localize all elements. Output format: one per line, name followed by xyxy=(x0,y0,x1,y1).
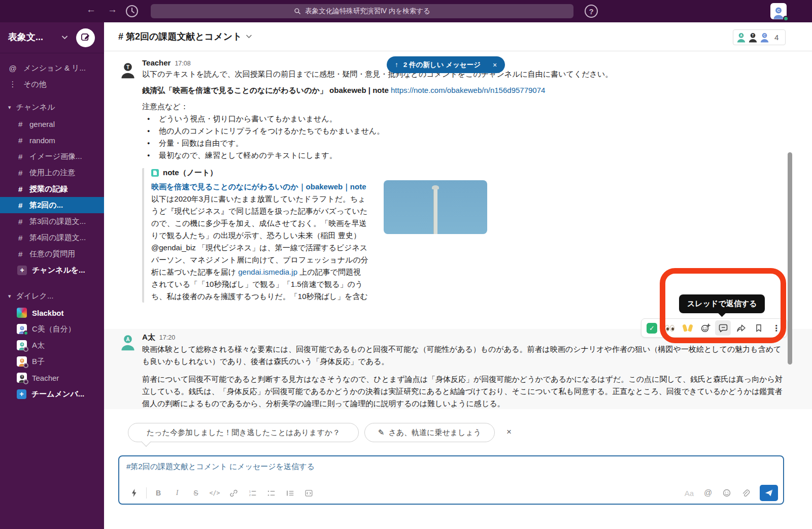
attach-file-button[interactable] xyxy=(738,486,753,500)
caret-down-icon: ▾ xyxy=(8,104,11,111)
history-forward-icon[interactable]: → xyxy=(108,4,117,15)
sidebar-item-channel-notes[interactable]: #使用上の注意 xyxy=(0,164,104,181)
save-bookmark-button[interactable] xyxy=(751,320,766,336)
channels-section-header[interactable]: ▾ チャンネル xyxy=(0,98,104,116)
sidebar-item-dm-teacher[interactable]: T Teacher xyxy=(0,370,104,386)
notes-list: どういう視点・切り口から書いてもかまいません。 他の人のコメントにリプライをつけ… xyxy=(142,113,783,161)
workspace-name[interactable]: 表象文... xyxy=(8,31,43,43)
suggestion-chip-just-joined[interactable]: たった今参加しました！聞き逃したことはありますか？ xyxy=(128,423,359,442)
add-reaction-button[interactable] xyxy=(697,320,713,336)
history-clock-icon[interactable] xyxy=(125,4,139,18)
message-paragraph: 前者について回復不可能であると判断する見方はなさそうなので、ひとまず論点は「身体… xyxy=(142,373,783,410)
share-message-button[interactable] xyxy=(733,320,749,336)
reply-in-thread-tooltip: スレッドで返信する xyxy=(679,294,765,313)
search-placeholder: 表象文化論特殊研究演習Ⅳ 内を検索する xyxy=(305,7,430,16)
presence-online-dot xyxy=(23,330,28,336)
sidebar-item-dm-self[interactable]: C C美（自分） xyxy=(0,321,104,337)
reaction-raised-hands-button[interactable] xyxy=(680,320,695,336)
eyes-emoji-icon xyxy=(665,325,674,332)
channel-title[interactable]: # 第2回の課題文献とコメント xyxy=(118,30,252,43)
preview-thumbnail-tower-image[interactable] xyxy=(384,180,487,234)
svg-text:A: A xyxy=(740,34,742,37)
toolbar-divider xyxy=(146,487,147,499)
emoji-button[interactable] xyxy=(719,486,734,500)
user-avatar[interactable]: C xyxy=(770,3,787,19)
reaction-check-button[interactable]: ✓ xyxy=(644,320,660,336)
chips-close-icon[interactable]: × xyxy=(506,427,512,437)
sidebar-item-channel-image[interactable]: #イメージ画像... xyxy=(0,148,104,164)
sidebar-item-channel-random[interactable]: #random xyxy=(0,132,104,148)
bullet-list-button[interactable] xyxy=(263,486,279,500)
reaction-eyes-button[interactable] xyxy=(662,320,678,336)
search-input[interactable]: 表象文化論特殊研究演習Ⅳ 内を検索する xyxy=(151,4,573,18)
message-ata: A太 17:20 映画体験として総称される様々な要素には、回復可能であるものと回… xyxy=(142,333,783,410)
sidebar-item-channel-session2-selected[interactable]: #第2回の... xyxy=(0,197,104,213)
avatar-ata[interactable]: A xyxy=(119,334,137,351)
sidebar-item-channel-questions[interactable]: #任意の質問用 xyxy=(0,246,104,262)
presence-offline-dot xyxy=(23,363,28,368)
tower-shape xyxy=(433,187,437,234)
sidebar-item-channel-session4[interactable]: #第4回の課題文... xyxy=(0,229,104,246)
compose-button[interactable] xyxy=(76,28,95,47)
code-block-button[interactable] xyxy=(301,486,316,500)
invite-members-button[interactable]: + チームメンバ... xyxy=(0,386,104,402)
slackbot-avatar xyxy=(17,308,27,318)
gendai-link[interactable]: gendai.ismedia.jp xyxy=(238,268,297,276)
send-button[interactable] xyxy=(760,485,778,501)
sidebar-item-dm-bko[interactable]: B B子 xyxy=(0,353,104,370)
add-channel-button[interactable]: + チャンネルを... xyxy=(0,262,104,278)
author-name[interactable]: A太 xyxy=(142,333,155,342)
quill-icon: ✎ xyxy=(378,428,385,437)
more-actions-button[interactable]: ⋮ xyxy=(768,320,784,336)
new-messages-banner[interactable]: ↑ 2 件の新しい メッセージ × xyxy=(387,56,505,73)
strikethrough-button[interactable]: S xyxy=(188,486,204,500)
preview-title-link[interactable]: 映画を倍速で見ることのなにがわるいのか｜obakeweb｜note xyxy=(151,181,368,193)
smiley-icon xyxy=(722,488,731,498)
sidebar-item-more[interactable]: ⋮ その他 xyxy=(0,76,104,92)
svg-text:2: 2 xyxy=(249,493,250,497)
compose-pencil-icon xyxy=(81,33,90,43)
timestamp[interactable]: 17:20 xyxy=(159,334,175,341)
avatar-teacher[interactable]: T xyxy=(119,61,137,79)
hash-icon: # xyxy=(18,217,29,226)
sidebar-item-channel-general[interactable]: #general xyxy=(0,116,104,132)
dms-section-header[interactable]: ▾ ダイレク... xyxy=(0,287,104,305)
hash-icon: # xyxy=(18,136,29,145)
main-panel: # 第2回の課題文献とコメント A T C 4 ↑ 2 件の新しい メッセージ … xyxy=(104,22,812,529)
sidebar-item-dm-slackbot[interactable]: Slackbot xyxy=(0,305,104,321)
reference-url-link[interactable]: https://note.com/obakeweb/n/n156d9577907… xyxy=(391,86,545,94)
code-button[interactable]: </> xyxy=(207,486,222,500)
invite-label: チームメンバ... xyxy=(31,389,84,399)
shortcuts-lightning-button[interactable] xyxy=(126,486,142,500)
member-count-widget[interactable]: A T C 4 xyxy=(733,29,786,45)
member-count: 4 xyxy=(774,33,779,42)
formatting-toggle-button[interactable]: Aa xyxy=(682,486,697,500)
chip-label: さあ、軌道に乗せましょう xyxy=(388,428,481,438)
link-preview-card: note（ノート） 映画を倍速で見ることのなにがわるいのか｜obakeweb｜n… xyxy=(142,168,520,303)
chevron-down-icon xyxy=(246,35,252,39)
sidebar-item-dm-ata[interactable]: A A太 xyxy=(0,337,104,353)
banner-text: 2 件の新しい メッセージ xyxy=(403,60,481,70)
sidebar-item-mentions[interactable]: @ メンション & リ... xyxy=(0,60,104,76)
timestamp[interactable]: 17:08 xyxy=(175,60,190,67)
vertical-scrollbar[interactable] xyxy=(788,152,792,365)
channel-label: 授業の記録 xyxy=(29,184,67,194)
author-name[interactable]: Teacher xyxy=(142,58,171,67)
history-back-icon[interactable]: ← xyxy=(86,4,96,15)
sidebar-item-channel-session3[interactable]: #第3回の課題文... xyxy=(0,213,104,229)
sidebar-item-channel-records[interactable]: #授業の記録 xyxy=(0,181,104,197)
suggestion-chip-on-track[interactable]: ✎ さあ、軌道に乗せましょう xyxy=(364,423,495,442)
raised-hands-emoji-icon xyxy=(683,324,692,332)
help-icon[interactable]: ? xyxy=(585,5,598,18)
ordered-list-button[interactable]: 12 xyxy=(245,486,260,500)
italic-button[interactable]: I xyxy=(170,486,185,500)
mention-button[interactable]: @ xyxy=(700,486,716,500)
bold-button[interactable]: B xyxy=(151,486,166,500)
link-button[interactable] xyxy=(226,486,241,500)
hash-icon: # xyxy=(18,169,29,177)
workspace-header: 表象文... xyxy=(0,22,104,53)
banner-close-icon[interactable]: × xyxy=(493,61,497,69)
blockquote-button[interactable] xyxy=(282,486,297,500)
reply-in-thread-button[interactable] xyxy=(715,320,731,336)
message-input[interactable]: #第2回の課題文献とコメント にメッセージを送信する xyxy=(126,462,315,472)
